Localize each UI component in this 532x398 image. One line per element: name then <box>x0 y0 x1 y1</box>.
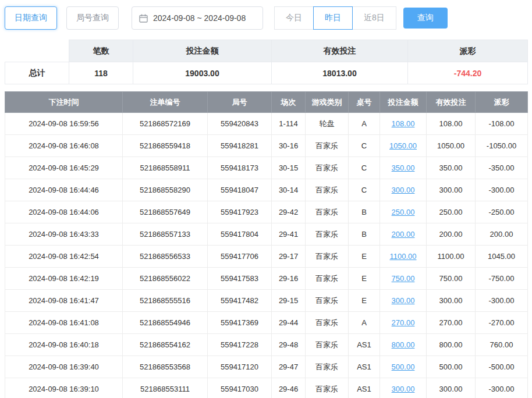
bet-amount-link[interactable]: 1050.00 <box>389 141 417 150</box>
cell-valid-bet: 108.00 <box>427 113 476 135</box>
cell-bet-time: 2024-09-08 16:40:18 <box>5 334 123 356</box>
records-table: 下注时间 注单编号 局号 场次 游戏类别 桌号 投注金额 有效投注 派彩 202… <box>5 91 528 398</box>
summary-header-blank <box>5 40 69 62</box>
cell-round-number: 559418173 <box>208 157 272 179</box>
table-row: 2024-09-08 16:45:29 521868558911 5594181… <box>5 157 528 179</box>
cell-bet-number: 521868553568 <box>123 356 208 378</box>
cell-table-number: B <box>349 201 380 223</box>
round-query-tab[interactable]: 局号查询 <box>66 6 119 30</box>
table-row: 2024-09-08 16:40:18 521868554162 5594172… <box>5 334 528 356</box>
cell-round-number: 559417706 <box>208 246 272 268</box>
cell-payout: -1050.00 <box>476 135 528 157</box>
cell-payout: -500.00 <box>476 356 528 378</box>
cell-bet-number: 521868557649 <box>123 201 208 223</box>
summary-total-count: 118 <box>69 62 133 84</box>
table-row: 2024-09-08 16:41:47 521868555516 5594174… <box>5 290 528 312</box>
cell-round-number: 559417120 <box>208 356 272 378</box>
cell-bet-time: 2024-09-08 16:44:46 <box>5 179 123 201</box>
table-row: 2024-09-08 16:46:08 521868559418 5594182… <box>5 135 528 157</box>
summary-header-row: 笔数 投注金额 有效投注 派彩 <box>5 40 528 62</box>
cell-bet-amount: 250.00 <box>380 201 427 223</box>
summary-total-row: 总计 118 19003.00 18013.00 -744.20 <box>5 62 528 84</box>
cell-payout: 1045.00 <box>476 246 528 268</box>
bet-amount-link[interactable]: 200.00 <box>392 230 415 239</box>
cell-session: 29-46 <box>272 378 306 398</box>
cell-payout: -270.00 <box>476 312 528 334</box>
cell-valid-bet: 300.00 <box>427 378 476 398</box>
last8days-button[interactable]: 近8日 <box>352 6 396 30</box>
summary-total-valid: 18013.00 <box>272 62 408 84</box>
cell-bet-amount: 1050.00 <box>380 135 427 157</box>
search-button[interactable]: 查询 <box>403 8 448 29</box>
cell-game-type: 百家乐 <box>306 356 349 378</box>
bet-amount-link[interactable]: 300.00 <box>392 385 415 393</box>
today-button[interactable]: 今日 <box>274 6 314 30</box>
cell-bet-amount: 750.00 <box>380 268 427 290</box>
bet-amount-link[interactable]: 300.00 <box>392 186 415 194</box>
cell-session: 29-44 <box>272 312 306 334</box>
table-row: 2024-09-08 16:39:40 521868553568 5594171… <box>5 356 528 378</box>
table-row: 2024-09-08 16:42:19 521868556022 5594175… <box>5 268 528 290</box>
cell-bet-number: 521868558911 <box>123 157 208 179</box>
cell-valid-bet: 300.00 <box>427 290 476 312</box>
date-query-tab[interactable]: 日期查询 <box>5 6 57 30</box>
cell-bet-time: 2024-09-08 16:44:06 <box>5 201 123 223</box>
cell-session: 30-14 <box>272 179 306 201</box>
bet-amount-link[interactable]: 500.00 <box>392 363 415 371</box>
cell-session: 29-15 <box>272 290 306 312</box>
cell-valid-bet: 1050.00 <box>427 135 476 157</box>
cell-valid-bet: 270.00 <box>427 312 476 334</box>
header-game-type: 游戏类别 <box>306 92 349 113</box>
cell-payout: 200.00 <box>476 223 528 246</box>
bet-amount-link[interactable]: 108.00 <box>392 119 415 128</box>
cell-bet-time: 2024-09-08 16:45:29 <box>5 157 123 179</box>
cell-bet-time: 2024-09-08 16:42:54 <box>5 246 123 268</box>
cell-bet-amount: 270.00 <box>380 312 427 334</box>
summary-header-count: 笔数 <box>69 40 133 62</box>
date-range-picker[interactable]: 2024-09-08 ~ 2024-09-08 <box>132 6 263 30</box>
cell-round-number: 559418047 <box>208 179 272 201</box>
cell-valid-bet: 800.00 <box>427 334 476 356</box>
bet-amount-link[interactable]: 250.00 <box>392 208 415 216</box>
bet-amount-link[interactable]: 750.00 <box>392 274 415 283</box>
cell-game-type: 百家乐 <box>306 157 349 179</box>
cell-bet-amount: 300.00 <box>380 179 427 201</box>
cell-bet-amount: 1100.00 <box>380 246 427 268</box>
betting-records-page: 日期查询 局号查询 2024-09-08 ~ 2024-09-08 今日 昨日 … <box>0 0 532 398</box>
quick-range-group: 今日 昨日 近8日 <box>275 6 396 30</box>
cell-session: 29-17 <box>272 246 306 268</box>
bet-amount-link[interactable]: 300.00 <box>392 296 415 305</box>
cell-round-number: 559417804 <box>208 223 272 246</box>
summary-total-payout: -744.20 <box>408 62 528 84</box>
cell-bet-time: 2024-09-08 16:42:19 <box>5 268 123 290</box>
bet-amount-link[interactable]: 1100.00 <box>389 252 416 261</box>
yesterday-button[interactable]: 昨日 <box>313 6 353 30</box>
cell-valid-bet: 350.00 <box>427 157 476 179</box>
cell-game-type: 百家乐 <box>306 378 349 398</box>
cell-bet-time: 2024-09-08 16:39:10 <box>5 378 123 398</box>
cell-payout: -300.00 <box>476 179 528 201</box>
cell-game-type: 百家乐 <box>306 135 349 157</box>
header-payout: 派彩 <box>476 92 528 113</box>
cell-bet-number: 521868558290 <box>123 179 208 201</box>
bet-amount-link[interactable]: 350.00 <box>392 164 415 172</box>
cell-table-number: AS1 <box>349 378 380 398</box>
cell-payout: -250.00 <box>476 201 528 223</box>
cell-bet-amount: 300.00 <box>380 378 427 398</box>
summary-table: 笔数 投注金额 有效投注 派彩 总计 118 19003.00 18013.00… <box>5 40 528 84</box>
cell-bet-number: 521868554162 <box>123 334 208 356</box>
bet-amount-link[interactable]: 270.00 <box>392 318 415 327</box>
cell-round-number: 559417228 <box>208 334 272 356</box>
cell-payout: -350.00 <box>476 157 528 179</box>
cell-valid-bet: 250.00 <box>427 201 476 223</box>
summary-total-label: 总计 <box>5 62 69 84</box>
cell-round-number: 559417923 <box>208 201 272 223</box>
bet-amount-link[interactable]: 800.00 <box>392 340 415 349</box>
cell-bet-time: 2024-09-08 16:41:08 <box>5 312 123 334</box>
cell-game-type: 百家乐 <box>306 290 349 312</box>
toolbar: 日期查询 局号查询 2024-09-08 ~ 2024-09-08 今日 昨日 … <box>5 5 527 31</box>
cell-session: 29-47 <box>272 356 306 378</box>
cell-bet-number: 521868554946 <box>123 312 208 334</box>
table-row: 2024-09-08 16:41:08 521868554946 5594173… <box>5 312 528 334</box>
records-tbody: 2024-09-08 16:59:56 521868572169 5594208… <box>5 113 528 398</box>
